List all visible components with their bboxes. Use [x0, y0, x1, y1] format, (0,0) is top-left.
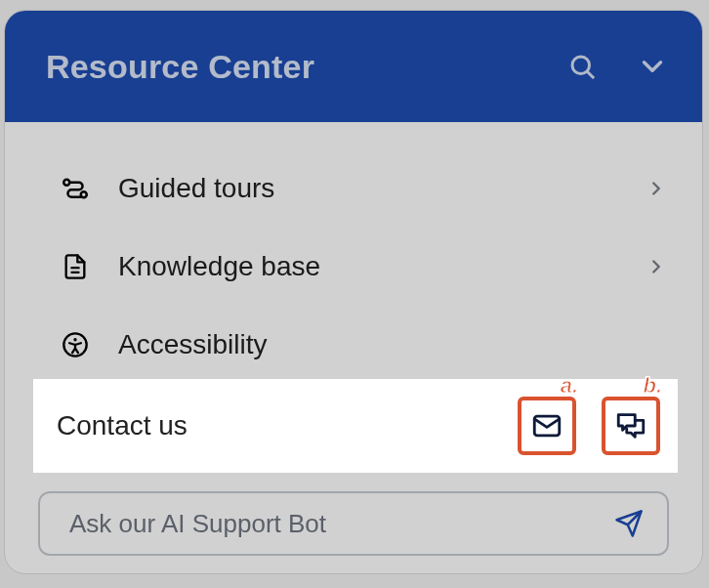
search-icon[interactable] [567, 52, 597, 81]
callout-label-b: b. [643, 373, 662, 399]
send-icon[interactable] [614, 509, 644, 538]
contact-chat-button[interactable]: b. [602, 397, 660, 455]
contact-email-button[interactable]: a. [518, 397, 576, 455]
menu-item-label: Accessibility [118, 329, 667, 360]
chat-icon [614, 409, 647, 442]
menu-list: Guided tours Knowledge base [5, 122, 702, 384]
document-icon [60, 253, 91, 280]
chevron-right-icon [646, 178, 667, 199]
envelope-icon [530, 409, 563, 442]
svg-line-1 [587, 71, 593, 77]
menu-item-label: Guided tours [118, 173, 646, 204]
chevron-down-icon[interactable] [636, 50, 669, 83]
route-icon [60, 174, 91, 203]
contact-us-row: Contact us a. b. [33, 379, 678, 473]
panel-header: Resource Center [5, 11, 702, 122]
contact-label: Contact us [57, 410, 518, 441]
menu-item-label: Knowledge base [118, 251, 646, 282]
menu-item-guided-tours[interactable]: Guided tours [5, 149, 702, 228]
chevron-right-icon [646, 256, 667, 277]
menu-item-knowledge-base[interactable]: Knowledge base [5, 228, 702, 306]
accessibility-icon [60, 331, 91, 358]
ai-bot-input[interactable]: Ask our AI Support Bot [38, 491, 669, 556]
contact-actions: a. b. [518, 397, 660, 455]
panel-title: Resource Center [46, 48, 567, 86]
header-actions [567, 50, 669, 83]
ai-bot-placeholder: Ask our AI Support Bot [69, 509, 614, 539]
svg-point-7 [73, 338, 76, 341]
callout-label-a: a. [561, 373, 578, 399]
resource-center-panel: Resource Center [4, 10, 703, 574]
menu-item-accessibility[interactable]: Accessibility [5, 306, 702, 384]
